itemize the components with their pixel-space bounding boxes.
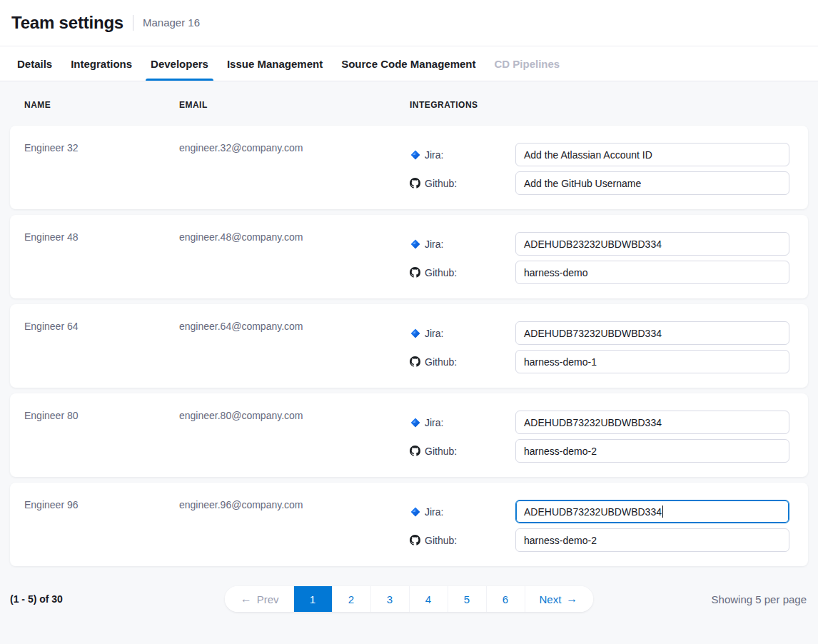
integrations-cell: Jira: Add the Atlassian Account ID Githu… — [410, 143, 794, 195]
arrow-right-icon: → — [566, 593, 577, 605]
jira-input-text: ADEHUDB23232UBDWBD334 — [524, 238, 662, 250]
table-row: Engineer 80 engineer.80@company.com Jira… — [10, 393, 808, 477]
jira-input-text: ADEHUDB73232UBDWBD334 — [524, 506, 662, 518]
prev-page-button[interactable]: ← Prev — [225, 586, 293, 612]
github-input-text: harness-demo-2 — [524, 446, 597, 457]
page-header: Team settings Manager 16 — [0, 0, 818, 46]
developer-email: engineer.32@company.com — [179, 143, 410, 195]
integrations-cell: Jira: ADEHUDB73232UBDWBD334 Github: harn… — [410, 500, 794, 552]
jira-label: Jira: — [425, 149, 443, 161]
jira-input-text: ADEHUDB73232UBDWBD334 — [524, 417, 662, 428]
page-subtitle: Manager 16 — [133, 15, 200, 31]
developer-name: Engineer 64 — [24, 321, 179, 373]
page-button-3[interactable]: 3 — [370, 586, 409, 612]
jira-account-id-input[interactable]: Add the Atlassian Account ID — [515, 143, 789, 166]
page-title: Team settings — [11, 13, 123, 33]
page-button-5[interactable]: 5 — [448, 586, 486, 612]
github-label: Github: — [425, 178, 457, 189]
jira-icon — [410, 328, 420, 338]
jira-account-id-input[interactable]: ADEHUDB73232UBDWBD334 — [515, 321, 789, 345]
github-icon — [410, 267, 420, 278]
tab-integrations[interactable]: Integrations — [61, 46, 141, 81]
tab-cd-pipelines: CD Pipelines — [485, 46, 570, 81]
github-label: Github: — [425, 356, 457, 368]
jira-input-text: Add the Atlassian Account ID — [524, 149, 652, 161]
developer-name: Engineer 80 — [24, 411, 179, 463]
integrations-cell: Jira: ADEHUDB23232UBDWBD334 Github: harn… — [410, 232, 794, 284]
github-label: Github: — [425, 535, 457, 546]
jira-icon — [410, 417, 420, 428]
developers-panel: NAME EMAIL INTEGRATIONS Engineer 32 engi… — [0, 81, 818, 644]
github-username-input[interactable]: harness-demo-2 — [515, 439, 789, 463]
jira-icon — [410, 506, 420, 517]
text-cursor — [662, 505, 664, 518]
tab-details[interactable]: Details — [8, 46, 61, 81]
per-page-text: Showing 5 per page — [712, 593, 807, 605]
developer-email: engineer.80@company.com — [179, 411, 410, 463]
jira-icon — [410, 149, 420, 160]
developer-email: engineer.48@company.com — [179, 232, 410, 284]
next-label: Next — [540, 593, 562, 605]
table-row: Engineer 64 engineer.64@company.com Jira… — [10, 304, 808, 388]
jira-label: Jira: — [425, 238, 443, 250]
prev-label: Prev — [257, 593, 279, 605]
developer-name: Engineer 96 — [24, 500, 179, 552]
table-column-headers: NAME EMAIL INTEGRATIONS — [10, 81, 808, 126]
arrow-left-icon: ← — [241, 593, 252, 605]
table-row: Engineer 48 engineer.48@company.com Jira… — [10, 215, 808, 298]
page-button-2[interactable]: 2 — [332, 586, 370, 612]
jira-account-id-input[interactable]: ADEHUDB73232UBDWBD334 — [515, 411, 789, 434]
jira-label: Jira: — [425, 417, 443, 428]
column-header-integrations: INTEGRATIONS — [410, 100, 794, 110]
tab-source-code-management[interactable]: Source Code Management — [332, 46, 485, 81]
table-row: Engineer 32 engineer.32@company.com Jira… — [10, 126, 808, 209]
column-header-name: NAME — [24, 100, 179, 110]
github-icon — [410, 535, 420, 545]
developer-name: Engineer 48 — [24, 232, 179, 284]
pagination-range-text: (1 - 5) of 30 — [10, 593, 63, 605]
jira-label: Jira: — [425, 506, 443, 518]
table-row: Engineer 96 engineer.96@company.com Jira… — [10, 483, 808, 566]
jira-label: Jira: — [425, 328, 443, 339]
developer-email: engineer.96@company.com — [179, 500, 410, 552]
tab-issue-management[interactable]: Issue Management — [218, 46, 332, 81]
github-username-input[interactable]: Add the GitHub Username — [515, 171, 789, 195]
pagination-bar: (1 - 5) of 30 ← Prev 1 2 3 4 5 6 Next → … — [10, 586, 808, 612]
github-input-text: Add the GitHub Username — [524, 178, 641, 189]
column-header-email: EMAIL — [179, 100, 410, 110]
github-input-text: harness-demo-1 — [524, 356, 597, 368]
page-button-6[interactable]: 6 — [486, 586, 525, 612]
developer-name: Engineer 32 — [24, 143, 179, 195]
integrations-cell: Jira: ADEHUDB73232UBDWBD334 Github: harn… — [410, 411, 794, 463]
github-icon — [410, 178, 420, 188]
github-username-input[interactable]: harness-demo — [515, 261, 789, 284]
github-username-input[interactable]: harness-demo-1 — [515, 350, 789, 373]
developer-email: engineer.64@company.com — [179, 321, 410, 373]
github-input-text: harness-demo-2 — [524, 535, 597, 546]
github-icon — [410, 446, 420, 456]
integrations-cell: Jira: ADEHUDB73232UBDWBD334 Github: harn… — [410, 321, 794, 373]
github-label: Github: — [425, 267, 457, 278]
pager: ← Prev 1 2 3 4 5 6 Next → — [225, 586, 594, 612]
page-button-4[interactable]: 4 — [409, 586, 448, 612]
next-page-button[interactable]: Next → — [525, 586, 594, 612]
github-icon — [410, 356, 420, 367]
tab-bar: Details Integrations Developers Issue Ma… — [0, 46, 818, 81]
github-label: Github: — [425, 446, 457, 457]
github-input-text: harness-demo — [524, 267, 588, 278]
tab-developers[interactable]: Developers — [141, 46, 218, 81]
jira-account-id-input-focused[interactable]: ADEHUDB73232UBDWBD334 — [515, 500, 789, 523]
jira-input-text: ADEHUDB73232UBDWBD334 — [524, 328, 662, 339]
jira-account-id-input[interactable]: ADEHUDB23232UBDWBD334 — [515, 232, 789, 256]
github-username-input[interactable]: harness-demo-2 — [515, 528, 789, 552]
page-button-1[interactable]: 1 — [293, 586, 332, 612]
jira-icon — [410, 238, 420, 249]
